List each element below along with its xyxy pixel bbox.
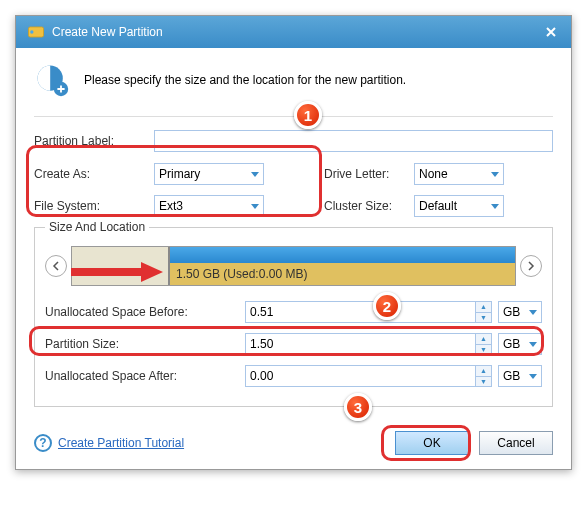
unalloc-after-unit-select[interactable]: GB <box>498 365 542 387</box>
drive-letter-label: Drive Letter: <box>324 167 414 181</box>
chevron-right-icon <box>527 261 535 271</box>
chevron-down-icon <box>491 204 499 209</box>
chevron-down-icon <box>529 374 537 379</box>
ok-button[interactable]: OK <box>395 431 469 455</box>
titlebar: Create New Partition <box>16 16 571 48</box>
vis-partition-label: 1.50 GB (Used:0.00 MB) <box>170 263 515 285</box>
cluster-size-select[interactable]: Default <box>414 195 504 217</box>
annotation-arrow <box>71 260 165 284</box>
partition-label-label: Partition Label: <box>34 134 154 148</box>
unalloc-before-unit-select[interactable]: GB <box>498 301 542 323</box>
size-location-fieldset: Size And Location 1.50 GB (Used:0.00 MB) <box>34 227 553 407</box>
cancel-button[interactable]: Cancel <box>479 431 553 455</box>
cluster-size-label: Cluster Size: <box>324 199 414 213</box>
partition-label-input[interactable] <box>154 130 553 152</box>
annotation-badge-3: 3 <box>344 393 372 421</box>
disk-add-icon <box>34 62 70 98</box>
size-location-title: Size And Location <box>45 220 149 234</box>
instruction-text: Please specify the size and the location… <box>84 73 406 87</box>
chevron-down-icon <box>251 172 259 177</box>
close-button[interactable] <box>541 24 561 40</box>
create-as-label: Create As: <box>34 167 154 181</box>
tutorial-link[interactable]: Create Partition Tutorial <box>58 436 184 450</box>
unalloc-before-label: Unallocated Space Before: <box>45 305 245 319</box>
vis-right-button[interactable] <box>520 255 542 277</box>
chevron-down-icon <box>491 172 499 177</box>
chevron-down-icon <box>529 342 537 347</box>
chevron-left-icon <box>52 261 60 271</box>
unalloc-before-spinner[interactable]: ▲▼ <box>476 301 492 323</box>
create-as-select[interactable]: Primary <box>154 163 264 185</box>
partition-icon <box>26 22 46 42</box>
partition-size-label: Partition Size: <box>45 337 245 351</box>
annotation-badge-2: 2 <box>373 292 401 320</box>
vis-used-bar <box>170 247 515 263</box>
file-system-label: File System: <box>34 199 154 213</box>
vis-left-button[interactable] <box>45 255 67 277</box>
drive-letter-select[interactable]: None <box>414 163 504 185</box>
unalloc-after-input[interactable] <box>245 365 476 387</box>
close-icon <box>546 27 556 37</box>
unalloc-after-label: Unallocated Space After: <box>45 369 245 383</box>
help-icon: ? <box>34 434 52 452</box>
partition-size-spinner[interactable]: ▲▼ <box>476 333 492 355</box>
create-partition-dialog: Create New Partition Please specify the … <box>15 15 572 470</box>
chevron-down-icon <box>251 204 259 209</box>
svg-point-1 <box>30 30 33 33</box>
file-system-select[interactable]: Ext3 <box>154 195 264 217</box>
chevron-down-icon <box>529 310 537 315</box>
partition-size-unit-select[interactable]: GB <box>498 333 542 355</box>
partition-size-input[interactable] <box>245 333 476 355</box>
titlebar-title: Create New Partition <box>52 25 163 39</box>
annotation-badge-1: 1 <box>294 101 322 129</box>
unalloc-after-spinner[interactable]: ▲▼ <box>476 365 492 387</box>
unalloc-before-input[interactable] <box>245 301 476 323</box>
